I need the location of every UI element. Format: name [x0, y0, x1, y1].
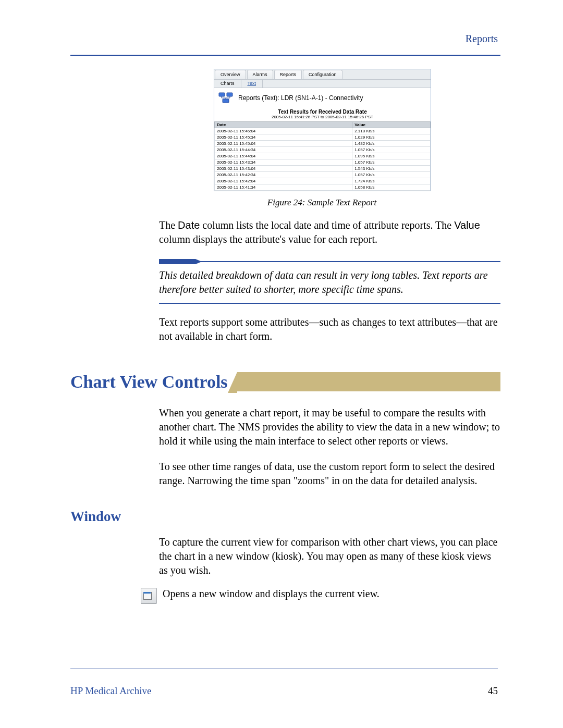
date-term: Date: [178, 219, 200, 231]
table-row: 2005-02-11 15:42:341.057 Kb/s: [215, 172, 431, 178]
figure-tabs: Overview Alarms Reports Configuration: [214, 69, 431, 80]
page: Reports Overview Alarms Reports Configur…: [0, 0, 563, 728]
paragraph-compare: When you generate a chart report, it may…: [159, 406, 500, 448]
table-cell: 2005-02-11 15:43:34: [215, 159, 352, 166]
table-row: 2005-02-11 15:41:341.058 Kb/s: [215, 184, 431, 191]
table-row: 2005-02-11 15:43:341.057 Kb/s: [215, 159, 431, 166]
tab-configuration[interactable]: Configuration: [303, 70, 342, 79]
figure-panel-title: Reports (Text): LDR (SN1-A-1) - Connecti…: [238, 94, 363, 102]
tab-overview[interactable]: Overview: [215, 70, 246, 79]
top-rule: [70, 55, 500, 56]
col-value: Value: [352, 122, 431, 128]
svg-rect-1: [227, 93, 232, 96]
text: The: [159, 219, 178, 231]
figure-result-title: Text Results for Received Data Rate: [214, 109, 431, 115]
subtab-charts[interactable]: Charts: [214, 80, 241, 88]
section-title: Chart View Controls: [70, 372, 237, 391]
table-cell: 2005-02-11 15:44:04: [215, 153, 352, 159]
figure-caption: Figure 24: Sample Text Report: [214, 198, 430, 208]
figure-panel-header: Reports (Text): LDR (SN1-A-1) - Connecti…: [214, 88, 431, 107]
table-cell: 2005-02-11 15:42:04: [215, 178, 352, 184]
tab-reports[interactable]: Reports: [274, 70, 302, 79]
table-cell: 2005-02-11 15:42:34: [215, 172, 352, 178]
heading-accent-block: [237, 372, 255, 391]
table-cell: 1.482 Kb/s: [352, 141, 431, 147]
text: column displays the attribute's value fo…: [159, 233, 377, 245]
value-term: Value: [454, 219, 480, 231]
figure-result-range: 2005-02-11 15:41:26 PST to 2005-02-11 15…: [214, 115, 431, 119]
table-cell: 2005-02-11 15:41:34: [215, 184, 352, 191]
table-cell: 1.724 Kb/s: [352, 178, 431, 184]
paragraph-window: To capture the current view for comparis…: [159, 535, 500, 577]
note-text: This detailed breakdown of data can resu…: [159, 268, 500, 297]
footer-rule: [70, 669, 498, 669]
note-accent-triangle: [195, 259, 202, 264]
footer-product: HP Medical Archive: [70, 685, 151, 697]
subtab-text[interactable]: Text: [241, 80, 263, 88]
svg-rect-2: [223, 99, 229, 103]
new-window-icon[interactable]: [141, 588, 156, 603]
subheading-window: Window: [70, 509, 500, 525]
table-cell: 2005-02-11 15:46:04: [215, 128, 352, 134]
sample-text-report-figure: Overview Alarms Reports Configuration Ch…: [214, 69, 431, 191]
table-row: 2005-02-11 15:45:041.482 Kb/s: [215, 141, 431, 147]
table-cell: 1.029 Kb/s: [352, 134, 431, 141]
table-row: 2005-02-11 15:46:042.118 Kb/s: [215, 128, 431, 134]
window-icon-row: Opens a new window and displays the curr…: [141, 588, 500, 603]
table-cell: 1.095 Kb/s: [352, 153, 431, 159]
note-block: This detailed breakdown of data can resu…: [159, 261, 500, 304]
table-cell: 1.543 Kb/s: [352, 166, 431, 172]
figure-data-table: Date Value 2005-02-11 15:46:042.118 Kb/s…: [214, 121, 431, 191]
note-accent-bar: [159, 259, 195, 264]
paragraph-time-ranges: To see other time ranges of data, use th…: [159, 460, 500, 488]
figure-subtabs: Charts Text: [214, 80, 431, 88]
table-cell: 1.058 Kb/s: [352, 184, 431, 191]
table-row: 2005-02-11 15:42:041.724 Kb/s: [215, 178, 431, 184]
table-cell: 2005-02-11 15:45:34: [215, 134, 352, 141]
table-row: 2005-02-11 15:43:041.543 Kb/s: [215, 166, 431, 172]
table-cell: 2005-02-11 15:44:34: [215, 147, 352, 153]
heading-accent-bar: [255, 372, 500, 391]
paragraph-text-reports-attrs: Text reports support some attributes—suc…: [159, 315, 500, 343]
tab-alarms[interactable]: Alarms: [247, 70, 273, 79]
text: column lists the local date and time of …: [200, 219, 454, 231]
table-row: 2005-02-11 15:44:341.057 Kb/s: [215, 147, 431, 153]
window-icon-description: Opens a new window and displays the curr…: [163, 588, 380, 600]
svg-rect-0: [219, 93, 225, 96]
table-cell: 1.057 Kb/s: [352, 159, 431, 166]
table-cell: 2.118 Kb/s: [352, 128, 431, 134]
paragraph-date-value: The Date column lists the local date and…: [159, 218, 500, 246]
table-cell: 2005-02-11 15:43:04: [215, 166, 352, 172]
table-row: 2005-02-11 15:45:341.029 Kb/s: [215, 134, 431, 141]
table-cell: 1.057 Kb/s: [352, 172, 431, 178]
header-section-link[interactable]: Reports: [466, 33, 498, 45]
section-heading-row: Chart View Controls: [70, 372, 500, 391]
footer-page-number: 45: [488, 685, 498, 697]
col-date: Date: [215, 122, 352, 128]
table-row: 2005-02-11 15:44:041.095 Kb/s: [215, 153, 431, 159]
table-cell: 2005-02-11 15:45:04: [215, 141, 352, 147]
table-cell: 1.057 Kb/s: [352, 147, 431, 153]
connectivity-icon: [218, 92, 233, 104]
